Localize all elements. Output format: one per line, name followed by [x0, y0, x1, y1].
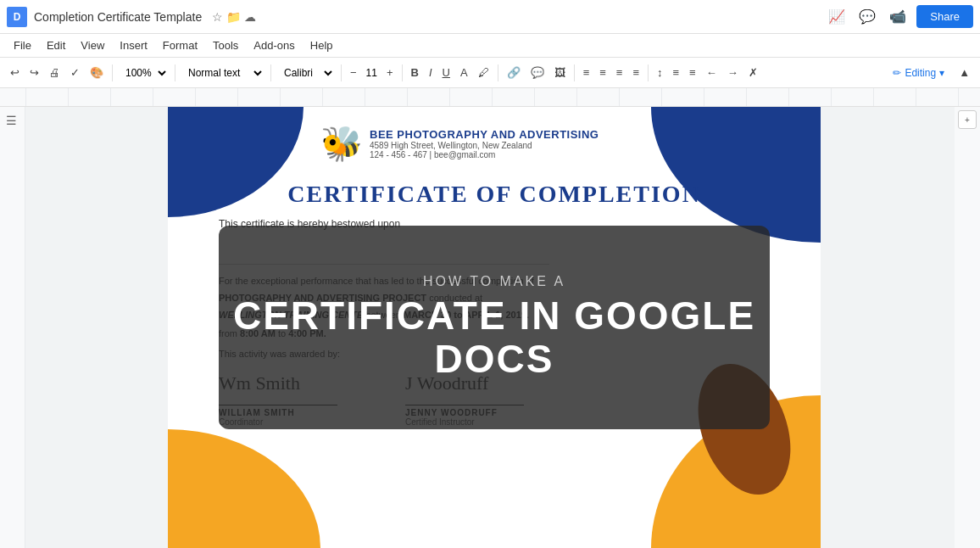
company-info: BEE PHOTOGRAPHY AND ADVERTISING 4589 Hig… — [370, 128, 599, 159]
highlight-button[interactable]: 🖊 — [475, 64, 493, 81]
menu-format[interactable]: Format — [156, 37, 204, 53]
outline-icon: ☰ — [6, 114, 17, 127]
separator3 — [270, 64, 271, 81]
zoom-select[interactable]: 100% — [118, 64, 170, 82]
cert-title: CERTIFICATE OF COMPLETION — [219, 181, 770, 208]
chevron-down-icon: ▾ — [939, 67, 944, 79]
ruler — [25, 88, 980, 106]
list-button[interactable]: ≡ — [670, 64, 683, 81]
page-container: 🐝 BEE PHOTOGRAPHY AND ADVERTISING 4589 H… — [25, 107, 955, 548]
print-button[interactable]: 🖨 — [46, 64, 64, 81]
top-bar: D Completion Certificate Template ☆ 📁 ☁ … — [0, 0, 980, 34]
separator6 — [498, 64, 498, 81]
spellcheck-button[interactable]: ✓ — [67, 64, 83, 81]
paint-button[interactable]: 🎨 — [86, 64, 107, 81]
font-select[interactable]: Calibri — [276, 64, 336, 82]
editing-button[interactable]: ✏ Editing ▾ — [885, 64, 952, 82]
meet-icon[interactable]: 📹 — [886, 5, 910, 28]
menu-insert[interactable]: Insert — [113, 37, 154, 53]
toolbar: ↩ ↪ 🖨 ✓ 🎨 100% Normal text Calibri − 11 … — [0, 58, 980, 88]
menu-file[interactable]: File — [7, 37, 38, 53]
align-left-button[interactable]: ≡ — [580, 64, 593, 81]
separator5 — [402, 64, 403, 81]
separator1 — [112, 64, 113, 81]
document-page: 🐝 BEE PHOTOGRAPHY AND ADVERTISING 4589 H… — [168, 107, 821, 548]
overlay-banner: HOW TO MAKE A CERTIFICATE IN GOOGLE DOCS — [219, 226, 770, 429]
star-icon[interactable]: ☆ — [212, 10, 223, 24]
indent-less-button[interactable]: ← — [703, 64, 721, 81]
document-area: ☰ 🐝 BEE PHOTOGRAPHY AND ADVERTISING 4589… — [0, 107, 980, 548]
separator8 — [648, 64, 649, 81]
title-icons: ☆ 📁 ☁ — [212, 10, 256, 24]
separator7 — [574, 64, 575, 81]
menu-help[interactable]: Help — [303, 37, 340, 53]
text-color-button[interactable]: A — [457, 64, 471, 81]
menu-bar: File Edit View Insert Format Tools Add-o… — [0, 34, 980, 58]
ruler-bar — [0, 88, 980, 107]
logo-area: 🐝 BEE PHOTOGRAPHY AND ADVERTISING 4589 H… — [320, 124, 599, 164]
overlay-subtitle: HOW TO MAKE A — [423, 274, 565, 289]
font-size-display: 11 — [364, 67, 380, 79]
company-address: 4589 High Street, Wellington, New Zealan… — [370, 141, 599, 150]
right-panel: + — [955, 107, 980, 548]
ordered-list-button[interactable]: ≡ — [686, 64, 699, 81]
folder-icon[interactable]: 📁 — [226, 10, 241, 24]
editing-label: Editing — [905, 67, 936, 79]
align-justify-button[interactable]: ≡ — [629, 64, 643, 81]
redo-button[interactable]: ↪ — [26, 64, 42, 81]
bold-button[interactable]: B — [408, 64, 422, 81]
clear-format-button[interactable]: ✗ — [745, 64, 761, 81]
cloud-icon[interactable]: ☁ — [244, 10, 256, 24]
app-icon: D — [7, 7, 27, 27]
company-name: BEE PHOTOGRAPHY AND ADVERTISING — [370, 128, 599, 141]
font-size-plus[interactable]: + — [383, 64, 397, 81]
undo-button[interactable]: ↩ — [7, 64, 23, 81]
add-button[interactable]: + — [958, 110, 977, 129]
doc-title: Completion Certificate Template — [34, 10, 202, 24]
top-bar-right: 📈 💬 📹 Share — [825, 5, 973, 28]
share-button[interactable]: Share — [916, 5, 973, 28]
underline-button[interactable]: U — [439, 64, 454, 81]
image-button[interactable]: 🖼 — [551, 64, 569, 81]
font-size-minus[interactable]: − — [347, 64, 360, 81]
overlay-title: CERTIFICATE IN GOOGLE DOCS — [219, 294, 770, 380]
activity-icon[interactable]: 📈 — [825, 5, 849, 28]
collapse-button[interactable]: ▲ — [955, 64, 973, 81]
indent-more-button[interactable]: → — [724, 64, 742, 81]
corner-orange-bottom-left — [168, 429, 320, 548]
menu-addons[interactable]: Add-ons — [247, 37, 301, 53]
comment-button[interactable]: 💬 — [527, 64, 548, 81]
comments-icon[interactable]: 💬 — [855, 5, 879, 28]
separator2 — [175, 64, 175, 81]
menu-tools[interactable]: Tools — [206, 37, 245, 53]
separator4 — [341, 64, 342, 81]
italic-button[interactable]: I — [426, 64, 436, 81]
line-spacing-button[interactable]: ↕ — [654, 64, 666, 81]
left-margin: ☰ — [0, 107, 25, 548]
menu-edit[interactable]: Edit — [40, 37, 72, 53]
link-button[interactable]: 🔗 — [504, 64, 524, 81]
align-center-button[interactable]: ≡ — [596, 64, 610, 81]
style-select[interactable]: Normal text — [181, 64, 265, 82]
bee-logo: 🐝 BEE PHOTOGRAPHY AND ADVERTISING 4589 H… — [320, 124, 599, 164]
pencil-icon: ✏ — [893, 67, 901, 79]
cert-header: 🐝 BEE PHOTOGRAPHY AND ADVERTISING 4589 H… — [168, 107, 821, 172]
bee-icon: 🐝 — [320, 124, 363, 164]
company-contact: 124 - 456 - 467 | bee@gmail.com — [370, 150, 599, 159]
menu-view[interactable]: View — [74, 37, 111, 53]
align-right-button[interactable]: ≡ — [613, 64, 626, 81]
